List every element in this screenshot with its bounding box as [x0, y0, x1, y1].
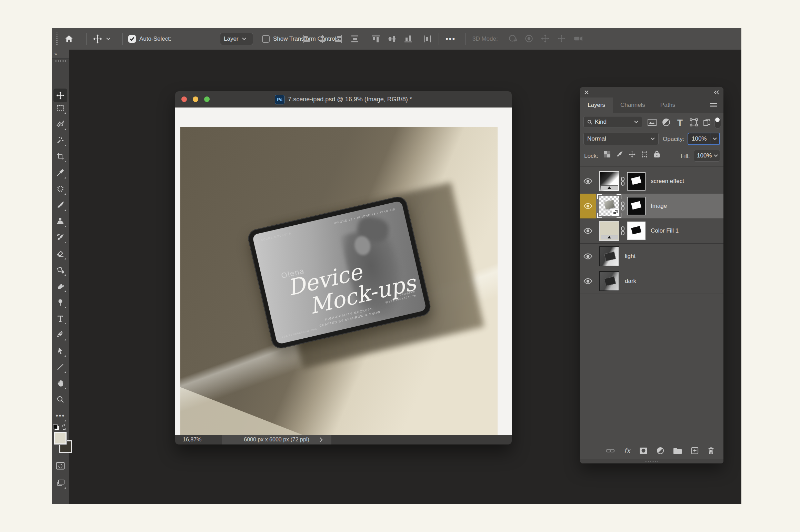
align-center-horizontal-icon[interactable]	[318, 34, 327, 44]
layer-mask-thumbnail[interactable]	[627, 222, 646, 240]
layer-name[interactable]: Image	[651, 194, 667, 218]
visibility-toggle[interactable]	[580, 244, 596, 269]
show-transform-checkbox[interactable]	[262, 35, 270, 43]
3d-roll-icon[interactable]	[524, 33, 534, 44]
opacity-scrubber[interactable]	[710, 133, 719, 144]
layer-row-color-fill[interactable]: Color Fill 1	[580, 218, 723, 244]
swap-colors-icon[interactable]	[61, 424, 68, 431]
lock-artboard-icon[interactable]	[641, 151, 648, 158]
lock-transparent-pixels-icon[interactable]	[603, 151, 611, 158]
tool-pen[interactable]	[53, 328, 67, 341]
tool-paint-bucket[interactable]	[53, 263, 67, 277]
layer-thumbnail-gradient[interactable]	[599, 171, 619, 191]
distribute-vertical-icon[interactable]	[422, 34, 432, 44]
lock-all-icon[interactable]	[653, 150, 661, 158]
layer-mask-thumbnail[interactable]	[627, 197, 646, 215]
delete-layer-icon[interactable]	[708, 447, 714, 454]
opacity-field[interactable]: 100%	[688, 133, 720, 145]
tool-rectangular-marquee[interactable]	[53, 101, 67, 115]
layer-mask-thumbnail[interactable]	[627, 172, 646, 191]
layer-thumbnail-scene-dark[interactable]	[599, 271, 619, 291]
mask-link-icon[interactable]	[620, 176, 625, 186]
tool-magic-wand[interactable]	[53, 133, 67, 147]
align-top-icon[interactable]	[371, 34, 381, 44]
align-bottom-icon[interactable]	[403, 34, 413, 44]
tool-path-selection[interactable]	[53, 344, 67, 358]
distribute-horizontal-icon[interactable]	[350, 34, 360, 44]
layer-effects-icon[interactable]: fx	[624, 447, 630, 455]
layer-thumbnail-color-fill[interactable]	[599, 221, 619, 241]
new-group-icon[interactable]	[673, 447, 682, 454]
options-bar-grip[interactable]	[56, 32, 58, 46]
tool-eraser[interactable]	[53, 247, 67, 260]
fill-scrubber[interactable]	[712, 150, 720, 161]
canvas-image[interactable]: SCENE MOCKUPS IPHONE 12 + IPHONE 14 + IP…	[180, 127, 498, 444]
tab-channels[interactable]: Channels	[613, 98, 653, 113]
foreground-color-swatch[interactable]	[54, 432, 67, 444]
status-chevron-icon[interactable]	[319, 437, 323, 442]
tool-crop[interactable]	[53, 150, 67, 163]
tool-eyedropper[interactable]	[53, 166, 67, 180]
tab-paths[interactable]: Paths	[653, 98, 683, 113]
mask-link-icon[interactable]	[620, 226, 625, 236]
tool-zoom[interactable]	[53, 392, 67, 406]
visibility-toggle[interactable]	[580, 269, 596, 294]
layer-name[interactable]: dark	[625, 269, 636, 294]
panel-resize-handle[interactable]	[580, 459, 723, 463]
layer-row-light[interactable]: light	[580, 244, 723, 269]
toolbar-grip[interactable]	[55, 60, 66, 62]
3d-camera-icon[interactable]	[573, 33, 583, 44]
tool-hand[interactable]	[53, 376, 67, 390]
mask-link-icon[interactable]	[620, 201, 625, 211]
default-colors-foreground-icon[interactable]	[53, 424, 58, 429]
auto-select-target-dropdown[interactable]: Layer	[220, 33, 253, 45]
panel-menu-icon[interactable]	[710, 103, 717, 108]
add-layer-mask-icon[interactable]	[639, 447, 648, 454]
canvas-area[interactable]: SCENE MOCKUPS IPHONE 12 + IPHONE 14 + IP…	[175, 108, 512, 435]
tool-dodge[interactable]	[53, 295, 67, 309]
layer-filter-toggle[interactable]	[714, 117, 721, 129]
blend-mode-dropdown[interactable]: Normal	[583, 133, 659, 145]
document-titlebar[interactable]: Ps 7.scene-ipad.psd @ 16,9% (Image, RGB/…	[175, 91, 512, 108]
tool-healing-brush[interactable]	[53, 182, 67, 196]
link-layers-icon[interactable]	[606, 448, 615, 453]
auto-select-checkbox[interactable]	[128, 35, 136, 43]
visibility-toggle[interactable]	[580, 194, 596, 218]
collapse-panel-icon[interactable]	[714, 90, 719, 94]
visibility-toggle[interactable]	[580, 218, 596, 243]
tab-layers[interactable]: Layers	[580, 98, 613, 113]
layer-thumbnail-smart-object[interactable]	[599, 196, 619, 216]
layer-thumbnail-scene-light[interactable]	[599, 246, 619, 266]
3d-orbit-icon[interactable]	[508, 33, 518, 44]
tool-lasso[interactable]	[53, 117, 67, 131]
screen-mode-button[interactable]	[53, 476, 67, 490]
new-layer-icon[interactable]	[691, 447, 699, 454]
tool-clone-stamp[interactable]	[53, 214, 67, 228]
tool-smudge[interactable]	[53, 279, 67, 293]
align-right-icon[interactable]	[334, 34, 343, 44]
home-button[interactable]	[64, 28, 74, 50]
tool-brush[interactable]	[53, 198, 67, 212]
tool-move[interactable]	[53, 89, 67, 102]
tool-history-brush[interactable]	[53, 231, 67, 244]
align-left-icon[interactable]	[301, 34, 311, 44]
document-info[interactable]: 6000 px x 6000 px (72 ppi)	[222, 435, 331, 444]
toolbar-expand-button[interactable]: »	[52, 50, 69, 59]
layer-row-dark[interactable]: dark	[580, 269, 723, 294]
3d-pan-icon[interactable]	[540, 33, 550, 44]
close-panel-icon[interactable]	[584, 90, 589, 95]
tool-options-move[interactable]	[92, 28, 110, 50]
lock-image-pixels-icon[interactable]	[616, 151, 623, 158]
layer-name[interactable]: Color Fill 1	[651, 218, 679, 243]
show-transform-option[interactable]: Show Transform Controls	[262, 28, 339, 50]
layer-row-image[interactable]: Image	[580, 194, 723, 219]
tool-type[interactable]	[53, 311, 67, 325]
auto-select-option[interactable]: Auto-Select:	[128, 28, 171, 50]
tool-more-tools[interactable]: •••	[53, 409, 67, 422]
more-align-options-button[interactable]: •••	[446, 28, 456, 50]
filter-pixel-layers-icon[interactable]	[648, 119, 657, 126]
align-middle-icon[interactable]	[387, 34, 397, 44]
filter-adjustment-layers-icon[interactable]	[662, 118, 670, 126]
layer-filter-kind-dropdown[interactable]: Kind	[583, 116, 642, 128]
zoom-level-field[interactable]: 16,87%	[183, 435, 201, 444]
